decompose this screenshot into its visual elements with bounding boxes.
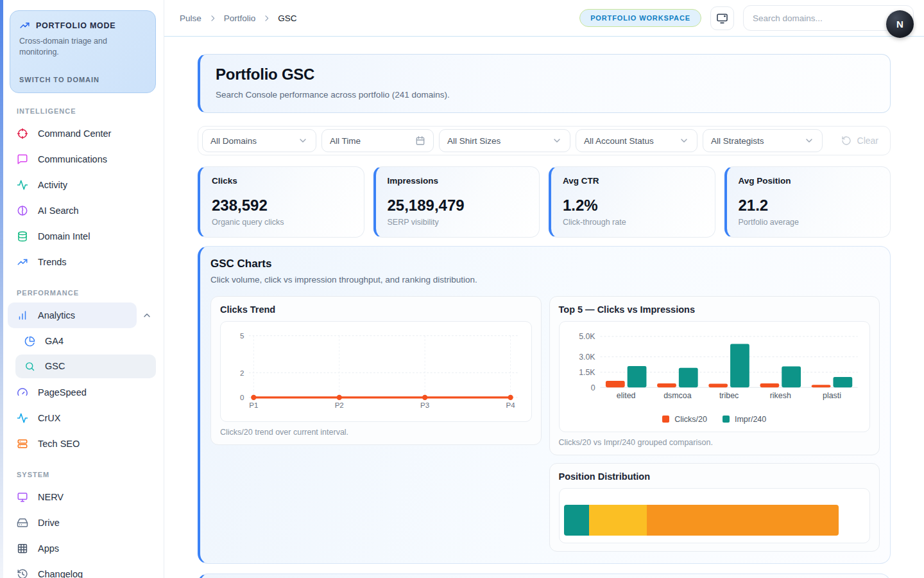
sidebar-item-label: Activity xyxy=(38,180,67,190)
sidebar-item-label: CrUX xyxy=(38,413,60,423)
stat-card-impressions: Impressions25,189,479SERP visibility xyxy=(373,166,540,238)
sidebar-item-domain-intel[interactable]: Domain Intel xyxy=(8,223,156,249)
chevron-down-icon xyxy=(679,136,689,146)
filter-label: All Strategists xyxy=(711,136,764,146)
sidebar-item-label: Tech SEO xyxy=(38,439,80,449)
avatar[interactable]: N xyxy=(886,10,914,38)
database-icon xyxy=(17,231,28,242)
stat-value: 21.2 xyxy=(739,197,879,215)
switch-to-domain-button[interactable]: SWITCH TO DOMAIN xyxy=(19,76,99,83)
activity-icon xyxy=(17,179,28,191)
position-distribution-plot xyxy=(559,488,871,543)
chevron-up-icon[interactable] xyxy=(142,310,152,320)
account-status-filter[interactable]: All Account Status xyxy=(576,129,697,152)
sidebar-item-communications[interactable]: Communications xyxy=(8,146,156,172)
calendar-icon xyxy=(415,136,425,146)
sidebar-item-nerv[interactable]: NERV xyxy=(8,484,156,510)
stat-label: Impressions xyxy=(388,176,528,186)
sidebar-item-pagespeed[interactable]: PageSpeed xyxy=(8,380,156,405)
sidebar-item-tech-seo[interactable]: Tech SEO xyxy=(8,431,156,457)
content-area: Portfolio GSC Search Console performance… xyxy=(164,37,924,578)
sidebar-item-drive[interactable]: Drive xyxy=(8,510,156,536)
top5-bars-plot: 5.0K3.0K1.5K0eliteddsmcoatribecrikeshpla… xyxy=(559,321,871,432)
sidebar-item-ai-search[interactable]: AI Search xyxy=(8,198,156,223)
legend-item-clicks-20: Clicks/20 xyxy=(662,415,707,424)
sidebar-item-activity[interactable]: Activity xyxy=(8,172,156,198)
sidebar-item-analytics[interactable]: Analytics xyxy=(8,302,137,328)
page-header-card: Portfolio GSC Search Console performance… xyxy=(198,54,891,113)
section-label-performance: PERFORMANCE xyxy=(17,289,147,297)
stat-label: Avg Position xyxy=(739,176,879,186)
page-subtitle: Search Console performance across portfo… xyxy=(216,90,875,100)
domains-filter[interactable]: All Domains xyxy=(202,129,316,152)
page-title: Portfolio GSC xyxy=(216,66,875,83)
sidebar-item-label: Trends xyxy=(38,257,67,267)
stat-card-avg-position: Avg Position21.2Portfolio average xyxy=(724,166,891,238)
chevron-down-icon xyxy=(298,136,308,146)
legend-swatch xyxy=(723,416,730,423)
screen-share-button[interactable] xyxy=(710,6,734,30)
topbar-right: PORTFOLIO WORKSPACE xyxy=(579,5,914,31)
charts-right-column: Top 5 — Clicks vs Impressions 5.0K3.0K1.… xyxy=(549,296,880,552)
sidebar-item-gsc[interactable]: GSC xyxy=(15,355,156,378)
search-icon xyxy=(24,361,35,372)
stat-value: 1.2% xyxy=(563,197,703,215)
stat-caption: Portfolio average xyxy=(739,218,879,227)
legend-item-impr-240: Impr/240 xyxy=(723,415,766,424)
stat-card-avg-ctr: Avg CTR1.2%Click-through rate xyxy=(549,166,715,238)
svg-text:0: 0 xyxy=(590,383,595,392)
sidebar-item-apps[interactable]: Apps xyxy=(8,536,156,561)
svg-text:rikesh: rikesh xyxy=(769,391,791,400)
stat-caption: Click-through rate xyxy=(563,218,703,227)
sidebar-item-command-center[interactable]: Command Center xyxy=(8,121,156,146)
chevron-right-icon xyxy=(209,14,217,22)
position-distribution-title: Position Distribution xyxy=(559,471,871,482)
stat-card-clicks: Clicks238,592Organic query clicks xyxy=(198,166,364,238)
bar-chart-icon xyxy=(17,310,28,321)
section-label-intelligence: INTELLIGENCE xyxy=(17,107,147,115)
sidebar-nav: INTELLIGENCECommand CenterCommunications… xyxy=(8,107,156,578)
shirt-sizes-filter[interactable]: All Shirt Sizes xyxy=(439,129,570,152)
distribution-segment-3 xyxy=(647,505,839,536)
breadcrumb-item-portfolio[interactable]: Portfolio xyxy=(224,13,256,23)
server-icon xyxy=(17,438,28,450)
breadcrumb-item-pulse[interactable]: Pulse xyxy=(180,13,201,23)
time-filter[interactable]: All Time xyxy=(321,129,434,152)
sidebar-item-label: Drive xyxy=(38,518,60,528)
charts-section-title: GSC Charts xyxy=(210,258,880,270)
trending-up-icon xyxy=(17,256,28,268)
sidebar-item-changelog[interactable]: Changelog xyxy=(8,561,156,578)
stat-label: Clicks xyxy=(212,176,352,186)
filter-bar: All DomainsAll TimeAll Shirt SizesAll Ac… xyxy=(198,126,891,155)
chevron-down-icon xyxy=(552,136,562,146)
gsc-charts-section: GSC Charts Click volume, click vs impres… xyxy=(198,246,891,564)
chevron-right-icon xyxy=(262,14,271,22)
sidebar-item-label: Command Center xyxy=(38,128,111,139)
monitor-icon xyxy=(17,491,28,503)
grid-icon xyxy=(17,543,28,554)
clicks-trend-card: Clicks Trend 520P1P2P3P4 Clicks/20 trend… xyxy=(210,296,542,445)
sidebar-item-crux[interactable]: CrUX xyxy=(8,405,156,431)
svg-text:elited: elited xyxy=(616,391,635,400)
sidebar-item-trends[interactable]: Trends xyxy=(8,249,156,275)
top5-legend: Clicks/20Impr/240 xyxy=(563,415,866,424)
distribution-segment-1 xyxy=(564,505,590,536)
filter-label: All Account Status xyxy=(584,136,654,146)
distribution-segment-2 xyxy=(589,505,647,536)
top5-bars-card: Top 5 — Clicks vs Impressions 5.0K3.0K1.… xyxy=(549,296,880,455)
gauge-icon xyxy=(17,387,28,398)
pie-chart-icon xyxy=(24,336,35,347)
screen-share-icon xyxy=(716,12,728,24)
sidebar-item-ga4[interactable]: GA4 xyxy=(15,329,156,353)
svg-text:1.5K: 1.5K xyxy=(579,368,595,377)
portfolio-mode-description: Cross-domain triage and monitoring. xyxy=(19,36,122,58)
stat-value: 25,189,479 xyxy=(388,197,528,215)
activity-icon xyxy=(17,412,28,424)
clear-filters-button[interactable]: Clear xyxy=(841,136,878,146)
svg-text:P3: P3 xyxy=(420,401,429,409)
hard-drive-icon xyxy=(17,517,28,529)
sidebar-item-label: Domain Intel xyxy=(38,231,90,241)
strategists-filter[interactable]: All Strategists xyxy=(703,129,823,152)
stat-value: 238,592 xyxy=(212,197,352,215)
workspace-badge: PORTFOLIO WORKSPACE xyxy=(579,9,701,27)
